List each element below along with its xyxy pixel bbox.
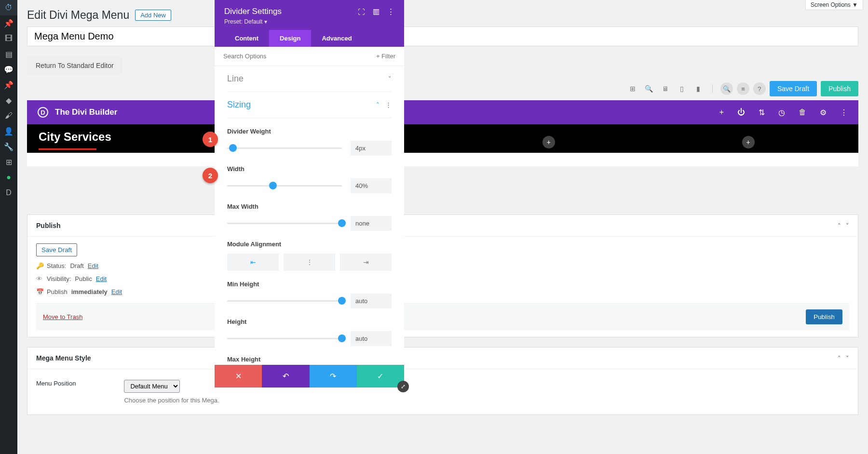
tools-icon[interactable]: 🔧: [0, 139, 17, 154]
tablet-icon[interactable]: ▯: [676, 82, 688, 95]
add-icon[interactable]: +: [719, 108, 724, 117]
calendar-icon: 📅: [36, 288, 43, 295]
plugin-icon[interactable]: ●: [0, 170, 17, 185]
chevron-up-icon[interactable]: ˄: [838, 222, 841, 229]
wp-admin-sidebar: ⏱ 📌 🎞 ▤ 💬 📌 ◆ 🖌 👤 🔧 ⊞ ● D: [0, 0, 17, 425]
divi-theme-icon[interactable]: D: [0, 185, 17, 200]
edit-schedule-link[interactable]: Edit: [111, 288, 122, 295]
help-icon[interactable]: ?: [753, 82, 766, 95]
divider-weight-input[interactable]: [351, 141, 392, 156]
style-metabox: Mega Menu Style ˄ ˅ Menu Position Defaul…: [27, 347, 858, 415]
cancel-button[interactable]: ✕: [215, 365, 262, 387]
users-icon[interactable]: 👤: [0, 123, 17, 139]
annotation-badge-1: 1: [203, 132, 218, 147]
max-height-label: Max Height: [227, 356, 392, 363]
eye-icon: 👁: [36, 275, 43, 282]
undo-button[interactable]: ↶: [262, 365, 309, 387]
section-line[interactable]: Line ˅: [227, 66, 392, 92]
status-label: Status:: [47, 262, 66, 269]
chevron-up-icon: ˄: [376, 101, 380, 108]
width-slider[interactable]: [227, 185, 342, 187]
history-icon[interactable]: ◷: [778, 108, 785, 117]
add-new-button[interactable]: Add New: [135, 10, 171, 21]
menu-position-label: Menu Position: [36, 380, 76, 387]
pages-icon[interactable]: ▤: [0, 46, 17, 62]
screen-options-toggle[interactable]: Screen Options ▼: [805, 0, 863, 10]
align-left-button[interactable]: ⇤: [227, 254, 279, 271]
chevron-down-icon[interactable]: ˅: [846, 355, 849, 362]
align-right-button[interactable]: ⇥: [340, 254, 392, 271]
projects-icon[interactable]: 📌: [0, 77, 17, 93]
min-height-input[interactable]: [351, 294, 392, 308]
publish-button-top[interactable]: Publish: [821, 81, 858, 96]
visibility-value: Public: [75, 275, 92, 282]
toolbar-separator: [712, 84, 713, 93]
pin-icon[interactable]: 📌: [0, 15, 17, 31]
save-draft-button[interactable]: Save Draft: [770, 81, 817, 96]
kebab-icon[interactable]: ⋮: [840, 108, 848, 117]
dashboard-icon[interactable]: ⏱: [0, 0, 17, 15]
edit-status-link[interactable]: Edit: [88, 262, 98, 269]
zoom-icon[interactable]: 🔍: [643, 82, 655, 95]
menu-position-desc: Choose the position for this Mega.: [124, 397, 219, 404]
add-module-button-2[interactable]: +: [742, 136, 755, 148]
module-alignment-label: Module Alignment: [227, 240, 392, 248]
divi-whitespace: [27, 153, 858, 166]
search-options-input[interactable]: [215, 47, 367, 66]
divi-logo-icon: D: [38, 107, 48, 118]
divider-preview: [39, 148, 96, 150]
min-height-slider[interactable]: [227, 300, 342, 302]
modal-preset[interactable]: Preset: Default ▾: [224, 18, 394, 30]
tab-advanced[interactable]: Advanced: [311, 30, 362, 47]
comments-icon[interactable]: 💬: [0, 62, 17, 77]
desktop-icon[interactable]: 🖥: [659, 82, 672, 95]
chevron-up-icon[interactable]: ˄: [838, 355, 841, 362]
max-width-input[interactable]: [351, 216, 392, 231]
sort-icon[interactable]: ⇅: [759, 108, 765, 117]
resize-handle[interactable]: ⤢: [397, 381, 409, 392]
trash-icon[interactable]: 🗑: [799, 108, 806, 117]
section-sizing[interactable]: Sizing ˄ ⋮: [227, 92, 392, 118]
align-center-button[interactable]: ⋮: [284, 254, 335, 271]
kebab-icon[interactable]: ⋮: [385, 101, 392, 108]
filter-button[interactable]: + Filter: [367, 53, 404, 60]
max-width-slider[interactable]: [227, 223, 342, 224]
layers-icon[interactable]: ≡: [737, 82, 749, 95]
gear-icon[interactable]: ⚙: [820, 108, 827, 117]
publish-button-box[interactable]: Publish: [806, 309, 842, 324]
chevron-down-icon[interactable]: ˅: [846, 222, 849, 229]
kebab-icon[interactable]: ⋮: [387, 7, 394, 16]
phone-icon[interactable]: ▮: [692, 82, 705, 95]
chevron-down-icon: ˅: [388, 75, 392, 82]
height-slider[interactable]: [227, 338, 342, 339]
add-module-button[interactable]: +: [542, 136, 555, 148]
menu-position-select[interactable]: Default Menu: [124, 380, 180, 393]
return-to-standard-button[interactable]: Return To Standard Editor: [27, 57, 122, 74]
snap-icon[interactable]: ▥: [373, 7, 380, 16]
appearance-icon[interactable]: 🖌: [0, 108, 17, 123]
search-icon[interactable]: 🔍: [720, 82, 733, 95]
save-button[interactable]: ✓: [357, 365, 404, 387]
module-title: City Services: [39, 130, 847, 144]
redo-button[interactable]: ↷: [310, 365, 357, 387]
power-icon[interactable]: ⏻: [737, 108, 745, 117]
media-icon[interactable]: 🎞: [0, 31, 17, 46]
publish-metabox: Publish ˄ ˅ Save Draft 🔑 Status: Draft E…: [27, 214, 858, 337]
tab-design[interactable]: Design: [269, 30, 311, 47]
width-input[interactable]: [351, 178, 392, 193]
wireframe-icon[interactable]: ⊞: [626, 82, 639, 95]
min-height-label: Min Height: [227, 280, 392, 288]
divi-icon[interactable]: ◆: [0, 93, 17, 108]
publish-metabox-title: Publish: [36, 222, 833, 229]
modal-title: Divider Settings: [224, 7, 350, 16]
settings-icon[interactable]: ⊞: [0, 154, 17, 170]
save-draft-button-box[interactable]: Save Draft: [36, 243, 77, 256]
height-input[interactable]: [351, 331, 392, 346]
move-to-trash-link[interactable]: Move to Trash: [43, 313, 82, 320]
divider-weight-slider[interactable]: [227, 147, 342, 149]
post-title-input[interactable]: [27, 27, 858, 46]
edit-visibility-link[interactable]: Edit: [96, 275, 107, 282]
divi-builder-header: D The Divi Builder + ⏻ ⇅ ◷ 🗑 ⚙ ⋮: [27, 100, 858, 124]
tab-content[interactable]: Content: [224, 30, 269, 47]
expand-icon[interactable]: ⛶: [358, 8, 365, 16]
